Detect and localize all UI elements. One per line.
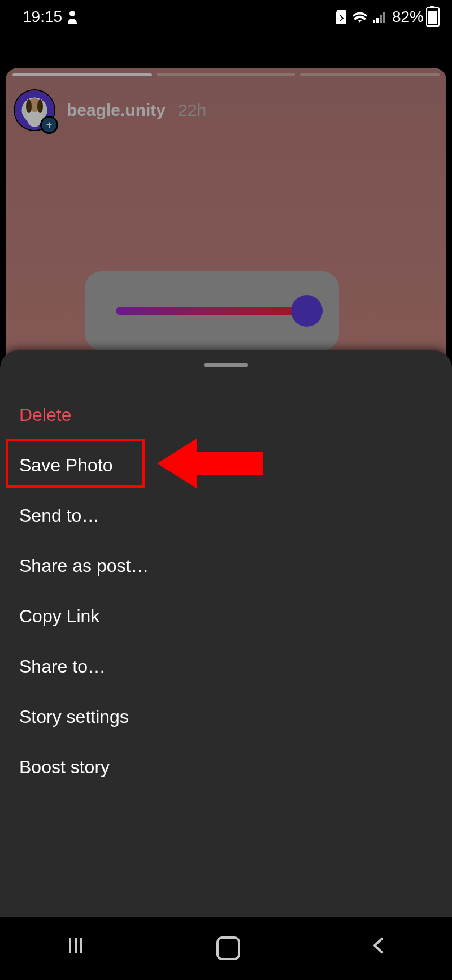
signal-icon <box>373 11 388 23</box>
add-story-badge[interactable]: + <box>42 118 56 132</box>
svg-rect-2 <box>376 18 379 23</box>
svg-rect-1 <box>373 20 375 23</box>
wifi-icon <box>351 11 368 23</box>
android-navbar <box>0 917 452 980</box>
nav-back[interactable] <box>370 935 387 962</box>
svg-point-7 <box>26 99 32 113</box>
battery-pct: 82% <box>392 8 424 26</box>
menu-item-story-settings[interactable]: Story settings <box>0 692 452 742</box>
nav-recents[interactable] <box>65 935 86 962</box>
status-time: 19:15 <box>23 8 62 26</box>
svg-rect-4 <box>383 12 385 23</box>
status-bar: 19:15 82% <box>0 0 452 34</box>
sheet-handle[interactable] <box>204 363 248 367</box>
poll-slider[interactable] <box>85 271 339 350</box>
menu-item-boost-story[interactable]: Boost story <box>0 742 452 792</box>
story-progress <box>12 73 440 76</box>
menu-item-share-as-post[interactable]: Share as post… <box>0 541 452 591</box>
svg-point-0 <box>69 11 75 16</box>
svg-rect-3 <box>380 15 382 23</box>
story-age: 22h <box>178 101 206 120</box>
menu-item-share-to[interactable]: Share to… <box>0 641 452 692</box>
svg-point-8 <box>37 99 43 113</box>
avatar[interactable]: + <box>15 90 54 130</box>
sd-card-icon <box>336 10 347 24</box>
menu-item-save-photo[interactable]: Save Photo <box>0 440 452 491</box>
battery-icon <box>426 7 440 27</box>
contact-icon <box>67 10 78 24</box>
menu-item-delete[interactable]: Delete <box>0 390 452 440</box>
menu-item-copy-link[interactable]: Copy Link <box>0 591 452 641</box>
options-sheet: Delete Save Photo Send to… Share as post… <box>0 350 452 917</box>
story-username[interactable]: beagle.unity <box>67 101 166 120</box>
nav-home[interactable] <box>216 936 240 960</box>
menu-item-send-to[interactable]: Send to… <box>0 491 452 541</box>
